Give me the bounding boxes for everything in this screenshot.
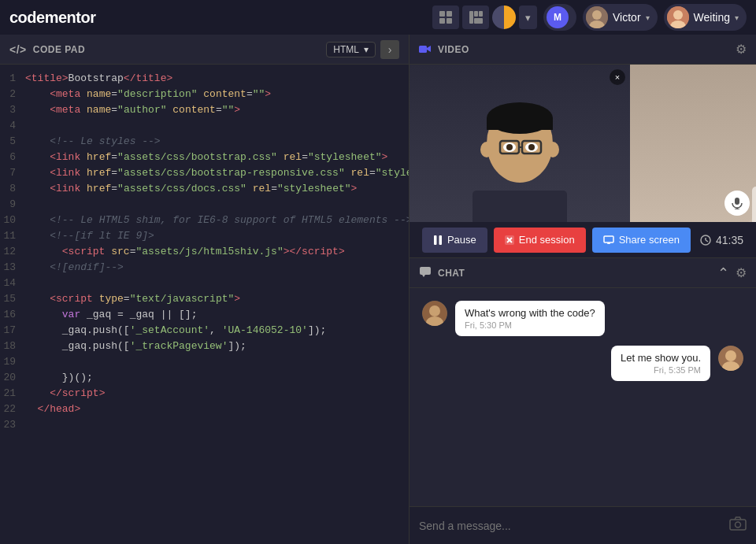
code-line: 9 xyxy=(0,197,409,213)
code-brackets-icon: </> xyxy=(9,43,27,56)
code-line: 18 _gaq.push(['_trackPageview']); xyxy=(0,339,409,354)
mic-button[interactable] xyxy=(724,191,750,216)
chat-message: Let me show you.Fri, 5:35 PM xyxy=(422,346,743,381)
video-settings-icon[interactable]: ⚙ xyxy=(736,42,747,57)
message-avatar xyxy=(422,301,447,326)
svg-rect-19 xyxy=(487,118,553,130)
theme-dropdown[interactable]: ▾ xyxy=(519,6,537,29)
code-pad-label: CODE PAD xyxy=(33,44,85,55)
chat-label: CHAT xyxy=(438,268,465,279)
svg-point-64 xyxy=(429,305,440,316)
video-area: × xyxy=(410,65,756,222)
end-session-button[interactable]: End session xyxy=(494,228,586,253)
code-line: 20 })(); xyxy=(0,370,409,386)
expand-button[interactable]: › xyxy=(380,40,399,59)
chat-header-actions: ⌃ ⚙ xyxy=(717,265,747,282)
share-screen-icon xyxy=(603,235,614,245)
layout-alt-icon[interactable] xyxy=(462,6,489,29)
message-text: What's wrong with the code? xyxy=(465,307,595,319)
line-number: 2 xyxy=(0,87,25,102)
line-code: <link href="assets/css/docs.css" rel="st… xyxy=(25,181,357,197)
message-bubble: Let me show you.Fri, 5:35 PM xyxy=(611,346,710,381)
timer-value: 41:35 xyxy=(716,234,743,246)
code-line: 5 <!-- Le styles --> xyxy=(0,134,409,150)
lang-label: HTML xyxy=(333,44,359,55)
layout-grid-icon[interactable] xyxy=(432,6,459,29)
video-controls: Pause End session Share screen xyxy=(410,222,756,258)
pause-label: Pause xyxy=(447,234,476,246)
weiting-dropdown-icon: ▾ xyxy=(735,13,739,22)
line-code: })(); xyxy=(25,370,93,386)
line-code: _gaq.push(['_trackPageview']); xyxy=(25,339,246,354)
user-victor-name: Victor xyxy=(613,11,641,24)
message-time: Fri, 5:30 PM xyxy=(465,320,595,330)
message-bubble: What's wrong with the code?Fri, 5:30 PM xyxy=(455,301,605,336)
chat-input-area xyxy=(410,506,756,544)
chat-input[interactable] xyxy=(419,520,723,532)
video-feed-left: × xyxy=(410,65,630,222)
svg-line-61 xyxy=(706,240,708,242)
svg-rect-1 xyxy=(447,11,452,17)
code-editor[interactable]: 1<title>Bootstrap</title>2 <meta name="d… xyxy=(0,65,409,544)
code-line: 16 var _gaq = _gaq || []; xyxy=(0,307,409,323)
main-content: </> CODE PAD HTML ▾ › 1<title>Bootstrap<… xyxy=(0,35,756,544)
line-code: <!-- Le styles --> xyxy=(25,134,161,150)
theme-toggle-icon[interactable] xyxy=(492,6,516,29)
chat-messages: What's wrong with the code?Fri, 5:30 PML… xyxy=(410,288,756,506)
code-line: 23 xyxy=(0,417,409,433)
line-number: 19 xyxy=(0,354,25,370)
svg-rect-35 xyxy=(752,187,756,222)
svg-point-67 xyxy=(725,350,736,361)
share-screen-button[interactable]: Share screen xyxy=(592,228,691,253)
video-label: VIDEO xyxy=(438,44,469,55)
line-code: _gaq.push(['_setAccount', 'UA-146052-10'… xyxy=(25,323,326,339)
pause-button[interactable]: Pause xyxy=(422,228,487,253)
user-victor-pill[interactable]: Victor ▾ xyxy=(583,4,658,31)
close-video-left-btn[interactable]: × xyxy=(610,69,625,85)
svg-rect-56 xyxy=(604,236,613,242)
end-session-icon xyxy=(505,235,514,245)
line-number: 4 xyxy=(0,118,25,134)
line-number: 5 xyxy=(0,134,25,150)
line-number: 9 xyxy=(0,197,25,213)
line-code: <meta name="author" content=""> xyxy=(25,102,240,118)
svg-rect-3 xyxy=(447,18,452,24)
code-line: 4 xyxy=(0,118,409,134)
code-line: 14 xyxy=(0,276,409,291)
chat-settings-icon[interactable]: ⚙ xyxy=(736,265,747,280)
mic-icon xyxy=(731,197,743,209)
line-number: 8 xyxy=(0,181,25,197)
user-weiting-avatar xyxy=(667,6,689,28)
svg-point-12 xyxy=(673,10,683,20)
code-line: 1<title>Bootstrap</title> xyxy=(0,71,409,87)
code-line: 19 xyxy=(0,354,409,370)
video-feed-right xyxy=(630,65,756,222)
code-line: 2 <meta name="description" content=""> xyxy=(0,87,409,102)
line-code: <script src="assets/js/html5shiv.js"></s… xyxy=(25,244,345,260)
svg-point-70 xyxy=(736,522,741,527)
line-code: </head> xyxy=(25,402,80,417)
video-header: VIDEO ⚙ xyxy=(410,35,756,65)
code-pad: </> CODE PAD HTML ▾ › 1<title>Bootstrap<… xyxy=(0,35,410,544)
user-weiting-pill[interactable]: Weiting ▾ xyxy=(664,4,747,31)
end-session-label: End session xyxy=(519,234,575,246)
code-line: 13 <![endif]--> xyxy=(0,260,409,276)
code-pad-title: </> CODE PAD xyxy=(9,43,85,56)
chat-collapse-icon[interactable]: ⌃ xyxy=(717,265,729,282)
camera-attach-icon[interactable] xyxy=(729,516,747,535)
line-code: var _gaq = _gaq || []; xyxy=(25,307,197,323)
line-code: <![endif]--> xyxy=(25,260,124,276)
line-number: 17 xyxy=(0,323,25,339)
code-line: 17 _gaq.push(['_setAccount', 'UA-146052-… xyxy=(0,323,409,339)
line-code: <link href="assets/css/bootstrap.css" re… xyxy=(25,150,387,165)
line-number: 16 xyxy=(0,307,25,323)
svg-rect-27 xyxy=(472,191,567,222)
line-number: 20 xyxy=(0,370,25,386)
code-pad-controls: HTML ▾ › xyxy=(326,40,399,59)
svg-rect-7 xyxy=(474,18,483,24)
user-m-pill[interactable]: M xyxy=(543,4,576,31)
share-screen-label: Share screen xyxy=(619,234,680,246)
lang-selector[interactable]: HTML ▾ xyxy=(326,42,376,57)
svg-rect-14 xyxy=(419,46,427,53)
pause-icon xyxy=(433,235,443,246)
